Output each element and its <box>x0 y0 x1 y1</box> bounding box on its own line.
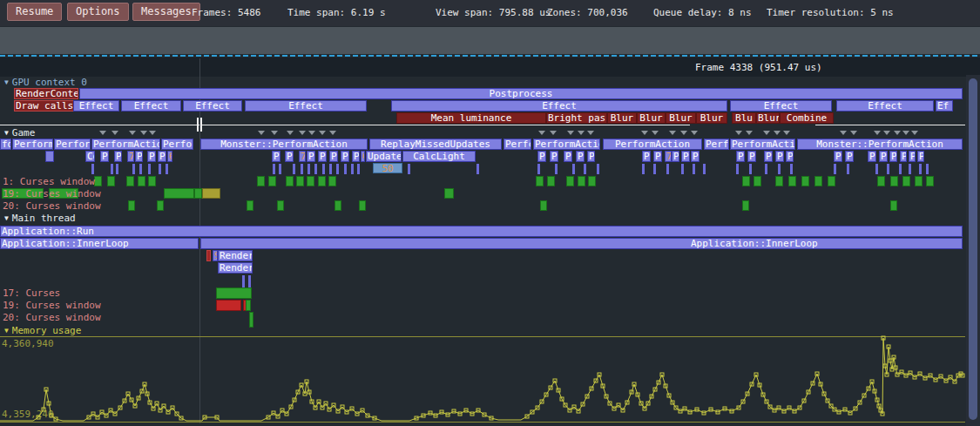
zone-tick[interactable] <box>357 164 360 174</box>
message-marker-icon[interactable] <box>783 131 790 135</box>
message-marker-icon[interactable] <box>287 131 294 135</box>
message-marker-icon[interactable] <box>329 131 336 135</box>
message-marker-icon[interactable] <box>883 131 890 135</box>
message-marker-icon[interactable] <box>680 131 687 135</box>
zone-marker[interactable] <box>915 176 923 186</box>
zone-p[interactable]: P <box>329 151 338 162</box>
zone-blur[interactable]: Blur <box>756 112 780 124</box>
zone-tick[interactable] <box>653 164 656 174</box>
zone-tick[interactable] <box>899 164 902 174</box>
zone-marker[interactable] <box>268 176 276 186</box>
message-marker-icon[interactable] <box>746 131 753 135</box>
zone-p[interactable]: P <box>272 151 280 162</box>
zone-marker[interactable] <box>107 176 115 186</box>
zone-p[interactable]: P <box>786 151 794 162</box>
zone-marker[interactable] <box>286 176 294 186</box>
thread-label[interactable]: 19: Curses window <box>3 189 101 199</box>
zone-p[interactable]: P <box>879 151 888 162</box>
zone-render[interactable]: Render <box>218 250 253 261</box>
zone-perfc[interactable]: Perfc <box>504 139 531 150</box>
zone-p[interactable]: P <box>285 151 294 162</box>
zone-p[interactable]: P <box>845 151 854 162</box>
message-marker-icon[interactable] <box>567 131 574 135</box>
options-button[interactable]: Options <box>67 3 129 21</box>
zone-marker[interactable] <box>926 176 934 186</box>
time-ruler[interactable] <box>0 57 980 77</box>
zone-marker[interactable] <box>890 176 898 186</box>
zone-p[interactable]: P <box>653 151 662 162</box>
zone-application-run[interactable]: Application::Run <box>0 226 963 237</box>
message-marker-icon[interactable] <box>140 131 147 135</box>
message-marker-icon[interactable] <box>735 131 742 135</box>
zone-bar[interactable] <box>246 300 251 311</box>
message-marker-icon[interactable] <box>550 131 557 135</box>
zone-bar[interactable] <box>248 275 251 287</box>
zone-tick[interactable] <box>336 164 339 174</box>
zone-p[interactable]: P <box>564 151 572 162</box>
zone-blur[interactable]: Blur <box>607 112 637 124</box>
zone-marker[interactable] <box>775 176 783 186</box>
zone-p[interactable]: P <box>900 151 907 162</box>
section-header-main-thread[interactable]: ▼Main thread <box>4 213 76 224</box>
zone-effect[interactable]: Effect <box>730 100 832 112</box>
message-marker-icon[interactable] <box>578 131 585 135</box>
zone-tick[interactable] <box>476 164 479 174</box>
zone-combine[interactable]: Combine <box>780 112 834 124</box>
message-marker-icon[interactable] <box>894 131 901 135</box>
thread-label[interactable]: 17: Curses <box>3 288 60 299</box>
zone-application-innerloop[interactable]: Application::InnerLoop <box>0 238 199 249</box>
zone-tick[interactable] <box>749 164 752 174</box>
zone-marker[interactable] <box>578 176 585 186</box>
zone-effect[interactable]: Effect <box>73 100 119 112</box>
zone-6[interactable]: 6 <box>167 151 172 162</box>
zone-bar[interactable] <box>200 238 963 249</box>
message-marker-icon[interactable] <box>299 131 306 135</box>
zone-p[interactable]: P <box>114 151 122 162</box>
zone-tick[interactable] <box>887 164 889 174</box>
zone-monster-performaction[interactable]: Monster::PerformAction <box>797 139 963 150</box>
zone-marker[interactable] <box>157 200 164 211</box>
frame-marker-icon[interactable] <box>200 118 202 132</box>
zone-marker[interactable] <box>814 176 822 186</box>
zone-6[interactable]: 6 <box>361 151 365 162</box>
zone-effect[interactable]: Effect <box>836 100 934 112</box>
zone-p[interactable]: P <box>909 151 916 162</box>
zone-tick[interactable] <box>834 164 836 174</box>
zone-tick[interactable] <box>790 164 793 174</box>
zone-p[interactable]: P <box>834 151 842 162</box>
message-marker-icon[interactable] <box>652 131 659 135</box>
thread-label[interactable]: 20: Curses window <box>3 201 101 212</box>
zone-bar[interactable] <box>206 250 211 261</box>
zone-bar[interactable] <box>249 312 253 328</box>
zone-tick[interactable] <box>642 164 645 174</box>
zone-marker[interactable] <box>148 176 156 186</box>
zone-performaction[interactable]: PerformAction <box>603 139 702 150</box>
zone-tick[interactable] <box>681 164 684 174</box>
zone-tick[interactable] <box>351 164 354 174</box>
zone-tick[interactable] <box>139 164 142 174</box>
zone-p[interactable]: P <box>747 151 756 162</box>
zone-blur[interactable]: Blur <box>637 112 666 124</box>
zone-7[interactable]: 7 <box>665 151 672 162</box>
scrollbar-thumb[interactable] <box>969 78 977 420</box>
zone-p[interactable]: P <box>576 151 585 162</box>
zone-effect[interactable]: Effect <box>391 100 727 112</box>
zone-marker[interactable] <box>540 200 547 211</box>
zone-tick[interactable] <box>765 164 767 174</box>
zone-marker[interactable] <box>277 200 284 211</box>
zone-bar[interactable] <box>216 287 252 299</box>
zone-marker[interactable] <box>328 176 336 186</box>
message-marker-icon[interactable] <box>763 131 770 135</box>
thread-label[interactable]: 20: Curses window <box>3 313 101 323</box>
zone-marker[interactable] <box>94 176 102 186</box>
zone-marker[interactable] <box>536 176 544 186</box>
zone-ef[interactable]: Ef <box>936 100 953 112</box>
zone-tick[interactable] <box>166 164 168 174</box>
frame-marker-icon[interactable] <box>197 118 199 132</box>
zone-effect[interactable]: Effect <box>183 100 242 112</box>
zone-p[interactable]: P <box>691 151 700 162</box>
zone-p[interactable]: P <box>889 151 897 162</box>
message-marker-icon[interactable] <box>129 131 136 135</box>
zone-50[interactable]: 50 <box>373 163 402 173</box>
section-header-game[interactable]: ▼Game <box>4 128 35 139</box>
